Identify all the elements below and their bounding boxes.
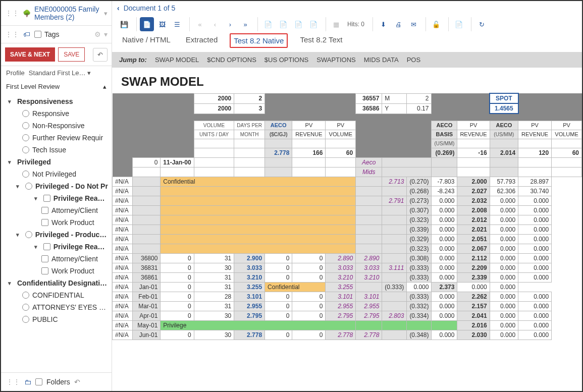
table-row: #N/A(0.323)0.0002.0670.0000.000 [113,244,582,253]
profile-label: Profile [6,69,25,77]
chevron-down-icon[interactable]: ▾ [104,30,108,38]
table-row: #N/A2.791(0.273)0.0002.0320.0000.000 [113,196,582,205]
doc-nav-label: Document 1 of 5 [124,4,176,12]
tags-label: Tags [44,30,60,38]
spreadsheet-table: 2000 2 36557 M 2 SPOT [112,93,582,340]
table-row: #N/A(0.268)-8.2432.02762.30630.740 [113,186,582,196]
tree-work-product-1[interactable]: Work Product [1,216,112,229]
tab-native-html[interactable]: Native / HTML [119,33,174,48]
tree-tech-issue[interactable]: Tech Issue [1,144,112,156]
table-row: #N/AFeb-010283.101003.1013.101(0.333)0.0… [113,292,582,301]
jump-swap-model[interactable]: SWAP MODEL [155,56,199,64]
print-icon[interactable]: 🖨 [391,17,405,31]
review-level-toggle[interactable]: First Level Review ▴ [1,80,112,93]
page-icon-1[interactable]: 📄 [261,17,275,31]
drag-handle-icon[interactable]: ⋮⋮ [5,30,19,38]
folder-icon: 🗀 [24,378,31,386]
unlock-icon[interactable]: 🔓 [429,17,443,31]
page-icon-2[interactable]: 📄 [276,17,290,31]
image-view-icon[interactable]: 🖼 [155,17,169,31]
tab-extracted[interactable]: Extracted [183,33,221,48]
sheet-title: SWAP MODEL [112,68,582,93]
tree-aeo[interactable]: ATTORNEYS' EYES ON [1,301,112,313]
tree-attorney-client-1[interactable]: Attorney/Client [1,204,112,216]
tree-privileged[interactable]: Privileged [1,156,112,168]
drag-handle-icon[interactable]: ⋮⋮ [6,378,20,386]
save-icon[interactable]: 💾 [117,17,131,31]
table-row: #N/A(0.339)0.0002.0210.0000.000 [113,225,582,234]
tree-responsive[interactable]: Responsive [1,107,112,120]
folders-label: Folders [46,378,70,386]
tree-not-privileged[interactable]: Not Privileged [1,168,112,180]
page-icon-4[interactable]: 📄 [306,17,321,31]
table-row: #N/A368310303.033003.0333.0333.111(0.333… [113,263,582,272]
jump-pos[interactable]: POS [407,56,420,64]
page-icon-3[interactable]: 📄 [291,17,305,31]
tree-further-review[interactable]: Further Review Requir [1,132,112,144]
table-row: #N/A(0.307)0.0002.0080.0000.000 [113,205,582,215]
jump-us-options[interactable]: $US OPTIONS [264,56,308,64]
table-row: #N/A368610313.210003.2103.210(0.333)0.00… [113,272,582,282]
gear-icon[interactable]: ⚙ [94,30,101,38]
doc-view-icon[interactable]: 📄 [140,17,154,31]
first-page-icon[interactable]: « [193,17,207,31]
tree-priv-reason-1[interactable]: Privilege Reason [1,192,112,204]
family-title: ENE0000005 Family Members (2) [34,5,101,21]
undo-button[interactable]: ↶ [93,48,108,62]
profile-dropdown[interactable]: Standard First Le… ▾ [29,69,107,77]
jump-bar: Jump to: SWAP MODEL $CND OPTIONS $US OPT… [112,52,582,68]
tree-public[interactable]: PUBLIC [1,313,112,325]
tree-responsiveness[interactable]: Responsiveness [1,95,112,107]
table-row: #N/AMar-010312.955002.9552.955(0.332)0.0… [113,301,582,311]
back-icon[interactable]: ‹ [117,4,120,12]
hits-label: Hits: 0 [344,21,367,28]
prev-page-icon[interactable]: ‹ [208,17,222,31]
jump-mids-data[interactable]: MIDS DATA [364,56,399,64]
jump-label: Jump to: [119,56,147,64]
grid-icon[interactable]: ▦ [329,17,343,31]
tab-test-native[interactable]: Test 8.2 Native [230,33,288,48]
table-row: #N/A(0.329)0.0002.0510.0000.000 [113,234,582,244]
chevron-down-icon[interactable]: ▾ [104,10,108,17]
folders-checkbox[interactable] [35,378,42,385]
table-row: #N/AJan-010313.255Confidential3.255(0.33… [113,282,582,292]
save-button[interactable]: SAVE [58,47,85,62]
tab-test-text[interactable]: Test 8.2 Text [297,33,345,48]
jump-cnd-options[interactable]: $CND OPTIONS [207,56,256,64]
tree-priv-reason-2[interactable]: Privilege Reason [1,241,112,253]
download-icon[interactable]: ⬇ [376,17,390,31]
last-page-icon[interactable]: » [238,17,252,31]
tree-confidentiality[interactable]: Confidentiality Designation [1,277,112,289]
tree-priv-dnp[interactable]: Privileged - Do Not Pr [1,180,112,192]
table-row: #N/A(0.323)0.0002.0120.0000.000 [113,215,582,225]
table-row: #N/AConfidential2.713(0.270)-7.8032.0005… [113,177,582,186]
email-icon[interactable]: ✉ [406,17,420,31]
tree-icon: 🌳 [22,9,31,18]
tree-non-responsive[interactable]: Non-Responsive [1,120,112,132]
blank-page-icon[interactable]: 📄 [452,17,466,31]
drag-handle-icon[interactable]: ⋮⋮ [5,9,19,17]
next-page-icon[interactable]: › [223,17,237,31]
tree-work-product-2[interactable]: Work Product [1,265,112,277]
table-row: #N/AApr-010302.795002.7952.7952.803(0.33… [113,311,582,320]
collapse-up-icon: ▴ [103,83,107,90]
tree-priv-prod[interactable]: Privileged - Produce R [1,229,112,241]
table-row: #N/AMay-01Privilege2.0160.0000.000 [113,320,582,330]
jump-swaptions[interactable]: SWAPTIONS [316,56,356,64]
tag-icon: 🏷 [22,30,31,39]
undo-icon[interactable]: ↶ [74,378,80,386]
history-icon[interactable]: ↻ [474,17,489,31]
tree-confidential[interactable]: CONFIDENTIAL [1,289,112,301]
table-row: #N/AJun-010302.778002.7782.778(0.348)0.0… [113,330,582,340]
tree-attorney-client-2[interactable]: Attorney/Client [1,253,112,265]
save-next-button[interactable]: SAVE & NEXT [5,47,55,62]
table-row: #N/A368000312.900002.8902.890(0.308)0.00… [113,253,582,263]
list-view-icon[interactable]: ☰ [170,17,184,31]
tags-checkbox[interactable] [34,31,41,38]
